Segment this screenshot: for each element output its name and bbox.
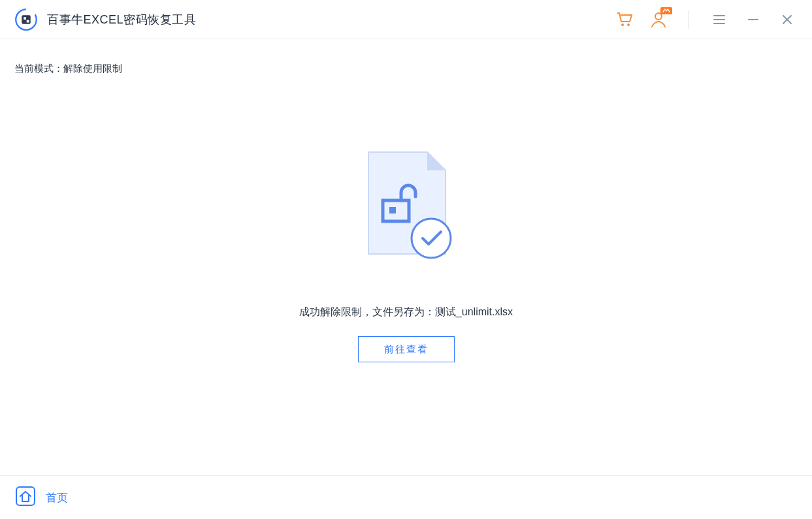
close-button[interactable] xyxy=(777,9,798,30)
home-icon xyxy=(14,485,37,510)
app-logo-icon xyxy=(14,8,38,31)
mode-label: 当前模式： xyxy=(14,63,63,74)
svg-rect-16 xyxy=(16,487,35,505)
go-view-button[interactable]: 前往查看 xyxy=(358,336,455,362)
home-button[interactable]: 首页 xyxy=(14,485,68,510)
go-view-label: 前往查看 xyxy=(384,343,429,356)
menu-icon xyxy=(712,12,726,27)
svg-point-4 xyxy=(621,24,624,26)
current-mode: 当前模式：解除使用限制 xyxy=(14,63,798,75)
account-button[interactable] xyxy=(648,9,669,30)
main-content: 当前模式：解除使用限制 成功解除限制，文件另存为：测试_unlimit.xlsx… xyxy=(0,39,812,362)
header-divider xyxy=(689,10,689,29)
logo-area: 百事牛EXCEL密码恢复工具 xyxy=(14,8,196,31)
vip-badge-icon xyxy=(660,7,672,14)
cart-button[interactable] xyxy=(614,9,635,30)
mode-value: 解除使用限制 xyxy=(63,63,122,74)
menu-button[interactable] xyxy=(709,9,730,30)
svg-rect-14 xyxy=(389,207,396,213)
result-area: 成功解除限制，文件另存为：测试_unlimit.xlsx 前往查看 xyxy=(14,147,798,362)
svg-point-5 xyxy=(627,24,630,26)
title-bar: 百事牛EXCEL密码恢复工具 xyxy=(0,0,812,39)
footer-bar: 首页 xyxy=(0,475,812,519)
file-unlocked-icon xyxy=(354,147,459,264)
svg-point-15 xyxy=(412,219,451,258)
cart-icon xyxy=(615,10,634,29)
header-actions xyxy=(614,9,798,30)
home-label: 首页 xyxy=(46,490,68,505)
app-title: 百事牛EXCEL密码恢复工具 xyxy=(47,12,196,27)
minimize-icon xyxy=(747,14,759,25)
minimize-button[interactable] xyxy=(743,9,764,30)
svg-rect-2 xyxy=(24,17,26,20)
svg-rect-3 xyxy=(27,20,29,22)
success-message: 成功解除限制，文件另存为：测试_unlimit.xlsx xyxy=(299,306,513,319)
close-icon xyxy=(781,14,793,25)
